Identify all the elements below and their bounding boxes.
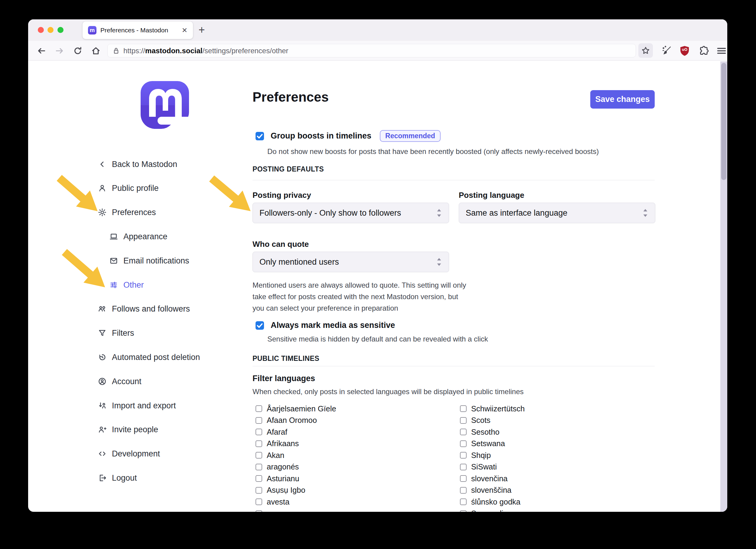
group-boosts-checkbox[interactable] [256,132,264,140]
language-checkbox[interactable] [256,405,262,412]
group-boosts-label[interactable]: Group boosts in timelines [271,131,371,141]
language-checkbox[interactable] [460,429,467,435]
language-label[interactable]: Afrikaans [267,439,299,448]
language-option: Akan [256,449,336,461]
language-label[interactable]: Asturianu [267,474,299,483]
broom-extension-icon[interactable] [660,45,672,57]
language-label[interactable]: slovenčina [471,474,508,483]
people-icon [98,304,107,313]
sensitive-media-checkbox[interactable] [256,321,264,330]
import-export-icon [98,401,107,410]
sidebar-item-preferences[interactable]: Preferences [98,206,156,218]
language-checkbox[interactable] [256,487,262,494]
language-checkbox[interactable] [460,487,467,494]
macos-zoom-button[interactable] [57,27,64,33]
scrollbar-thumb[interactable] [721,63,726,180]
back-icon[interactable] [37,46,46,56]
reload-icon[interactable] [73,46,83,56]
save-changes-button[interactable]: Save changes [590,90,655,109]
tab-title: Preferences - Mastodon [100,27,179,34]
recommended-badge: Recommended [380,130,441,142]
scrollbar-track[interactable] [720,61,727,512]
sidebar-item-invite-people[interactable]: Invite people [98,423,158,436]
sidebar-back-link[interactable]: Back to Mastodon [98,158,177,170]
language-checkbox[interactable] [460,475,467,482]
sidebar-item-logout[interactable]: Logout [98,472,137,484]
language-label[interactable]: Scots [471,416,490,425]
sidebar-item-automated-post-deletion[interactable]: Automated post deletion [98,351,200,363]
forward-icon[interactable] [55,46,64,56]
close-tab-icon[interactable]: ✕ [182,26,187,34]
language-checkbox[interactable] [256,440,262,447]
mastodon-favicon: m [88,26,96,34]
language-label[interactable]: Åarjelsaemien Gïele [267,404,336,413]
language-label[interactable]: Schwiizertütsch [471,404,525,413]
macos-minimize-button[interactable] [47,27,54,33]
sidebar-item-development[interactable]: Development [98,448,160,460]
sidebar-item-appearance[interactable]: Appearance [109,230,168,243]
sidebar-item-other[interactable]: Other [109,279,144,291]
language-label[interactable]: slovenščina [471,486,511,495]
sidebar-item-account[interactable]: Account [98,375,142,387]
sensitive-media-row: Always mark media as sensitive [256,321,395,330]
sidebar-item-follows-and-followers[interactable]: Follows and followers [98,303,190,315]
sidebar-item-filters[interactable]: Filters [98,327,134,339]
sidebar-item-email-notifications[interactable]: Email notifications [109,255,189,267]
language-option: Afaraf [256,426,336,438]
language-option: Åarjelsaemien Gïele [256,403,336,415]
who-can-quote-label: Who can quote [253,240,309,249]
language-label[interactable]: Afaraf [267,428,287,436]
language-checkbox[interactable] [460,440,467,447]
mastodon-logo[interactable] [141,81,189,133]
sliders-icon [109,280,118,289]
language-checkbox[interactable] [256,498,262,505]
language-checkbox[interactable] [256,417,262,424]
sidebar-item-public-profile[interactable]: Public profile [98,182,159,194]
language-checkbox[interactable] [256,475,262,482]
language-label[interactable]: Sesotho [471,428,500,436]
language-checkbox[interactable] [256,452,262,459]
language-checkbox[interactable] [256,464,262,470]
macos-close-button[interactable] [38,27,44,33]
url-text: https://mastodon.social/settings/prefere… [123,47,288,55]
language-checkbox[interactable] [460,417,467,424]
select-spinner-icon [436,257,442,267]
posting-privacy-select[interactable]: Followers-only - Only show to followers [253,203,449,223]
language-label[interactable]: Setswana [471,439,505,448]
language-checkbox[interactable] [460,452,467,459]
posting-language-select[interactable]: Same as interface language [459,203,655,223]
bookmark-star-button[interactable] [638,43,653,58]
language-checkbox[interactable] [256,510,262,512]
language-label[interactable]: Shqip [471,451,491,460]
browser-tab[interactable]: m Preferences - Mastodon ✕ [83,21,193,39]
home-icon[interactable] [91,46,101,56]
language-label[interactable]: aragonés [267,462,299,471]
language-label[interactable]: aymar aru [267,509,301,512]
language-checkbox[interactable] [460,464,467,470]
language-checkbox[interactable] [460,510,467,512]
language-label[interactable]: Afaan Oromoo [267,416,317,425]
who-can-quote-select[interactable]: Only mentioned users [253,252,449,272]
select-spinner-icon [436,208,442,218]
language-checkbox[interactable] [256,429,262,435]
language-option: slovenčina [460,473,525,485]
language-label[interactable]: Akan [267,451,284,460]
sidebar-item-import-and-export[interactable]: Import and export [98,400,176,412]
language-checkbox[interactable] [460,498,467,505]
puzzle-extensions-icon[interactable] [697,45,709,57]
sidebar-item-label: Appearance [123,232,168,241]
ublock-shield-icon[interactable]: uO [679,45,690,57]
language-label[interactable]: Soomaaliga [471,509,512,512]
language-label[interactable]: Asụsụ Igbo [267,486,305,495]
language-label[interactable]: SiSwati [471,462,497,471]
person-circle-icon [98,377,107,386]
language-label[interactable]: ślůnsko godka [471,498,520,506]
language-column-left: Åarjelsaemien Gïele Afaan Oromoo Afaraf … [256,403,336,512]
language-label[interactable]: avesta [267,498,289,506]
new-tab-button[interactable]: + [195,22,208,38]
sidebar-item-label: Account [112,377,142,386]
language-checkbox[interactable] [460,405,467,412]
menu-hamburger-icon[interactable] [716,45,727,57]
url-bar[interactable]: https://mastodon.social/settings/prefere… [107,44,636,57]
sensitive-media-label[interactable]: Always mark media as sensitive [271,321,395,330]
